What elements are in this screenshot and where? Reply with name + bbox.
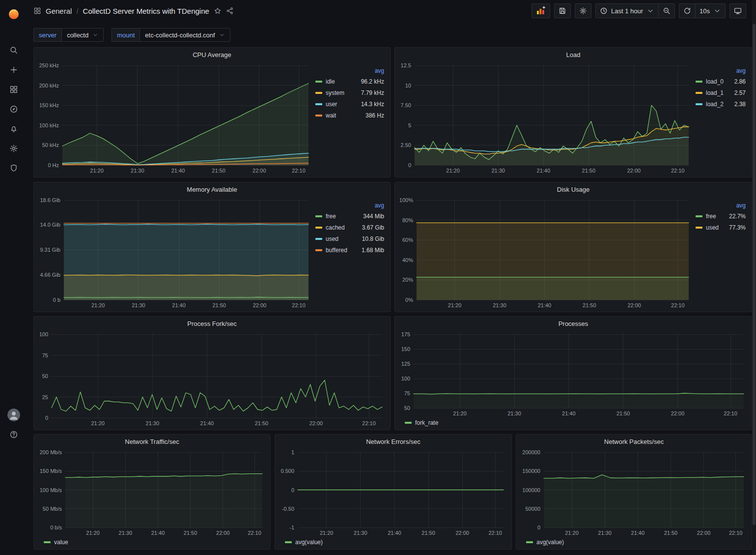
svg-text:21:30: 21:30	[119, 530, 133, 536]
legend-series-swatch	[285, 541, 292, 543]
svg-text:25: 25	[42, 394, 48, 400]
breadcrumb-folder[interactable]: General	[46, 7, 72, 15]
panel-title[interactable]: Disk Usage	[395, 182, 752, 196]
network-traffic-chart[interactable]: 0 b/s50 Mb/s100 Mb/s150 Mb/s200 Mb/s21:2…	[37, 448, 267, 537]
sidebar-item-dashboards[interactable]	[0, 80, 28, 99]
dashboard-settings-button[interactable]	[575, 3, 591, 18]
sidebar-item-configuration[interactable]	[0, 139, 28, 158]
gear-icon	[579, 7, 587, 15]
dashboard-title[interactable]: CollectD Server Metrics with TDengine	[83, 7, 209, 15]
panel-cpu-average: CPU Average 0 Hz50 kHz100 kHz150 kHz200 …	[33, 47, 391, 177]
sidebar-item-search[interactable]	[0, 40, 28, 60]
sidebar-item-server-admin[interactable]	[0, 158, 28, 178]
legend-item-used[interactable]: used77.3%	[696, 222, 747, 233]
legend-item-buffered[interactable]: buffered1.68 Mib	[315, 244, 385, 256]
processes-chart[interactable]: 507510012515017521:2021:3021:4021:5022:0…	[398, 330, 749, 418]
legend-item-free[interactable]: free344 Mib	[315, 210, 385, 222]
process-fork-chart[interactable]: 025507510021:2021:3021:4021:5022:0022:10	[37, 330, 387, 428]
svg-text:14.0 Gib: 14.0 Gib	[40, 222, 60, 228]
variable-mount-dropdown[interactable]: etc-collectd-collectd.conf	[140, 28, 230, 42]
svg-text:22:00: 22:00	[671, 410, 685, 416]
legend-item-load-1[interactable]: load_12.57	[696, 87, 747, 98]
svg-text:22:10: 22:10	[248, 530, 261, 536]
cpu-average-chart[interactable]: 0 Hz50 kHz100 kHz150 kHz200 kHz250 kHz21…	[37, 61, 313, 175]
share-icon[interactable]	[226, 7, 234, 15]
sidebar-item-profile[interactable]	[0, 405, 28, 425]
svg-text:50 kHz: 50 kHz	[42, 142, 59, 148]
star-icon[interactable]	[214, 7, 222, 15]
legend-item-fork-rate[interactable]: fork_rate	[405, 419, 438, 426]
svg-text:21:50: 21:50	[184, 530, 197, 536]
save-dashboard-button[interactable]	[554, 3, 571, 18]
scrollbar[interactable]	[752, 0, 756, 555]
memory-available-chart[interactable]: 0 b4.66 Gib9.31 Gib14.0 Gib18.6 Gib21:20…	[37, 196, 313, 310]
panel-title[interactable]: Process Fork/sec	[34, 317, 390, 330]
svg-text:75: 75	[42, 352, 48, 358]
legend-item-user[interactable]: user14.3 kHz	[315, 98, 385, 110]
refresh-button[interactable]	[679, 3, 696, 18]
legend-item-value[interactable]: value	[44, 539, 68, 546]
legend-item-load-2[interactable]: load_22.38	[696, 98, 747, 110]
legend-item-load-0[interactable]: load_02.86	[696, 76, 747, 87]
network-errors-chart[interactable]: -1-0.5000.500121:2021:3021:4021:5022:002…	[278, 448, 508, 537]
grafana-logo[interactable]	[0, 0, 28, 28]
user-avatar	[7, 409, 20, 421]
time-range-picker[interactable]: Last 1 hour	[595, 3, 659, 18]
panel-title[interactable]: CPU Average	[34, 48, 390, 61]
svg-text:0.500: 0.500	[280, 468, 294, 474]
kiosk-mode-button[interactable]	[729, 3, 746, 18]
svg-text:-0.50: -0.50	[282, 506, 294, 512]
legend-avg-header: avg	[315, 202, 385, 209]
legend-item-cached[interactable]: cached3.67 Gib	[315, 222, 385, 233]
legend-series-label: avg(value)	[536, 539, 564, 546]
sidebar-item-alerting[interactable]	[0, 119, 28, 139]
variable-server-dropdown[interactable]: collectd	[61, 28, 104, 42]
chart-svg: 0 b4.66 Gib9.31 Gib14.0 Gib18.6 Gib21:20…	[37, 196, 313, 310]
legend-item-avg-value-[interactable]: avg(value)	[285, 539, 323, 546]
svg-text:4.66 Gib: 4.66 Gib	[40, 272, 60, 278]
panel-title[interactable]: Network Traffic/sec	[34, 435, 270, 448]
panel-title[interactable]: Processes	[395, 317, 752, 330]
dashboard-grid-icon[interactable]	[33, 7, 41, 15]
svg-text:21:20: 21:20	[320, 530, 334, 536]
svg-text:21:50: 21:50	[582, 168, 596, 174]
legend-item-used[interactable]: used10.8 Gib	[315, 233, 385, 244]
scrollbar-thumb[interactable]	[753, 24, 756, 525]
panel-title[interactable]: Network Errors/sec	[275, 435, 511, 448]
refresh-interval-picker[interactable]: 10s	[695, 3, 726, 18]
legend-series-swatch	[696, 92, 702, 94]
legend-item-system[interactable]: system7.79 kHz	[315, 87, 385, 98]
add-panel-button[interactable]	[532, 3, 550, 18]
svg-text:18.6 Gib: 18.6 Gib	[40, 197, 60, 203]
load-chart[interactable]: 02.5057.501012.521:2021:3021:4021:5022:0…	[398, 61, 694, 175]
chart-svg: -1-0.5000.500121:2021:3021:4021:5022:002…	[278, 448, 508, 537]
legend-item-free[interactable]: free22.7%	[696, 210, 747, 222]
sidebar-item-help[interactable]	[0, 425, 28, 444]
panel-title[interactable]: Network Packets/sec	[516, 435, 752, 448]
svg-text:22:10: 22:10	[292, 302, 306, 308]
panel-title[interactable]: Memory Available	[34, 182, 390, 196]
chart-svg: 05000010000015000020000021:2021:3021:402…	[519, 448, 749, 537]
panel-processes: Processes 507510012515017521:2021:3021:4…	[394, 316, 752, 430]
legend-series-label: load_1	[706, 89, 724, 96]
svg-text:22:00: 22:00	[697, 530, 711, 536]
disk-usage-chart[interactable]: 0%20%40%60%80%100%21:2021:3021:4021:5022…	[398, 196, 694, 310]
svg-text:22:00: 22:00	[252, 168, 266, 174]
svg-text:150 kHz: 150 kHz	[39, 102, 59, 108]
network-packets-chart[interactable]: 05000010000015000020000021:2021:3021:402…	[519, 448, 749, 537]
chart-svg: 02.5057.501012.521:2021:3021:4021:5022:0…	[398, 61, 694, 175]
svg-text:21:20: 21:20	[86, 530, 100, 536]
legend-series-swatch	[696, 81, 702, 83]
legend-item-avg-value-[interactable]: avg(value)	[526, 539, 564, 546]
refresh-icon	[683, 7, 691, 15]
svg-text:0: 0	[45, 415, 48, 421]
legend-item-idle[interactable]: idle96.2 kHz	[315, 76, 385, 87]
zoom-out-button[interactable]	[658, 3, 675, 18]
sidebar-item-explore[interactable]	[0, 99, 28, 119]
sidebar-item-create[interactable]	[0, 60, 28, 80]
network-packets-legend: avg(value)	[519, 537, 749, 547]
panel-title[interactable]: Load	[395, 48, 752, 61]
grafana-logo-icon	[6, 6, 21, 21]
legend-series-swatch	[315, 92, 322, 94]
legend-item-wait[interactable]: wait386 Hz	[315, 110, 385, 121]
